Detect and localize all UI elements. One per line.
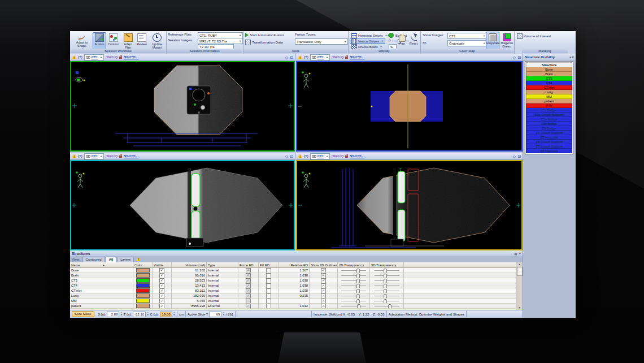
s-spinner[interactable]: ▲▼: [120, 312, 122, 316]
checkbox-visible[interactable]: ✓: [159, 268, 164, 273]
cell-t2d[interactable]: [338, 299, 370, 304]
structure-visibility-row[interactable]: Z6 Couch Support: [526, 140, 572, 144]
pan-button[interactable]: Pan: [397, 33, 408, 49]
active-slice-field[interactable]: 69: [209, 312, 221, 317]
structure-visibility-row[interactable]: MM: [526, 94, 572, 99]
cell-color[interactable]: [133, 273, 153, 278]
adapt-plan-button[interactable]: Adapt Plan: [120, 32, 136, 49]
checkbox-visible[interactable]: ✓: [159, 283, 164, 288]
slider-t2d[interactable]: [341, 289, 366, 293]
cell-t2d[interactable]: [338, 273, 370, 278]
checkbox-force_ed[interactable]: ✓: [246, 283, 251, 288]
cell-visible[interactable]: ✓: [153, 304, 172, 309]
column-header[interactable]: Name ▲: [70, 262, 133, 268]
slider-t3d[interactable]: [375, 294, 399, 298]
fusion-link[interactable]: SS CT1...: [350, 154, 364, 158]
viewport-canvas[interactable]: T: [296, 160, 523, 250]
as-select[interactable]: Grayscale ▼: [447, 40, 487, 46]
cell-fill_ed[interactable]: [259, 288, 279, 293]
cell-visible[interactable]: ✓: [153, 299, 172, 304]
cell-t2d[interactable]: [338, 288, 370, 293]
checkbox-force_ed[interactable]: ✓: [246, 268, 251, 273]
slider-t3d[interactable]: [375, 299, 399, 303]
cell-fill_ed[interactable]: [259, 268, 279, 273]
cell-visible[interactable]: ✓: [153, 288, 172, 293]
cell-t3d[interactable]: [370, 283, 404, 288]
structure-visibility-row[interactable]: patient: [526, 99, 572, 103]
color-swatch[interactable]: [136, 299, 150, 303]
checkbox-force_ed[interactable]: ✓: [246, 278, 251, 283]
image-select[interactable]: CT1 ▼: [84, 153, 104, 159]
cell-fill_ed[interactable]: [259, 283, 279, 288]
checkbox-force_ed[interactable]: ✓: [246, 304, 251, 309]
slider-t2d[interactable]: [341, 284, 366, 288]
cell-t3d[interactable]: [370, 273, 404, 278]
checkbox-fill_ed[interactable]: [266, 268, 271, 273]
cell-color[interactable]: [133, 278, 153, 283]
structure-visibility-row[interactable]: Z1 Bridge: [526, 108, 572, 113]
checkbox-force_ed[interactable]: ✓: [246, 288, 251, 293]
s-coord-field[interactable]: 2.88: [107, 312, 119, 317]
cell-show_2d[interactable]: ✓: [310, 278, 338, 283]
viewport-canvas[interactable]: [70, 160, 295, 250]
structure-visibility-row[interactable]: Z2a Bridge: [526, 117, 572, 122]
cell-show_2d[interactable]: ✓: [310, 273, 338, 278]
slider-t2d[interactable]: [341, 294, 366, 298]
table-row[interactable]: MM✓6.469Internal✓: [70, 299, 516, 304]
column-header[interactable]: Relative ED: [279, 262, 310, 268]
cell-color[interactable]: [133, 293, 153, 299]
cell-t3d[interactable]: [370, 293, 404, 299]
image-select[interactable]: CT1 ▼: [310, 54, 330, 60]
checkbox-fill_ed[interactable]: [266, 288, 271, 293]
fusion-link[interactable]: SS CT1...: [124, 154, 138, 158]
structure-visibility-row[interactable]: Z2b Bridge: [526, 122, 572, 126]
fusion-button[interactable]: Fusion: [93, 32, 106, 49]
slice-spinner[interactable]: ▲▼: [223, 312, 224, 316]
pin-icon[interactable]: ⊡: [514, 252, 517, 256]
image-select[interactable]: CT1 ▼: [84, 54, 104, 60]
tab-all[interactable]: All: [106, 257, 117, 262]
column-header[interactable]: Show 2D Outlines: [310, 262, 338, 268]
cell-visible[interactable]: ✓: [153, 268, 172, 273]
slider-t3d[interactable]: [375, 289, 399, 293]
cell-fill_ed[interactable]: [259, 293, 279, 299]
close-icon[interactable]: ×: [519, 252, 521, 256]
cell-force_ed[interactable]: ✓: [238, 304, 259, 309]
viewport-coronal[interactable]: ! (T) CT1 ▼ (MR2vT) SS CT1... ◇ ⊡: [296, 54, 523, 152]
scroll-down-icon[interactable]: ▼: [518, 306, 520, 309]
review-button[interactable]: Review: [135, 32, 149, 49]
cell-t3d[interactable]: [370, 288, 404, 293]
table-scrollbar[interactable]: ▲ ▼: [516, 262, 523, 310]
color-swatch[interactable]: [136, 273, 150, 278]
slider-t2d[interactable]: [341, 279, 366, 283]
column-header[interactable]: Fill ED: [259, 262, 279, 268]
adapt-to-shape-button[interactable]: Adapt to Shape ▼: [71, 32, 93, 50]
session-images-select[interactable]: MR2vT: T2 3D Tra ▼: [198, 38, 243, 44]
cell-t3d[interactable]: [370, 299, 404, 304]
column-header[interactable]: Type: [207, 262, 238, 268]
column-header[interactable]: Volume (cm³): [172, 262, 207, 268]
slider-t2d[interactable]: [341, 304, 366, 308]
slider-t2d[interactable]: [341, 299, 366, 303]
structure-visibility-row[interactable]: Z8 Mattress: [526, 149, 572, 153]
cell-t3d[interactable]: [370, 278, 404, 283]
cell-force_ed[interactable]: ✓: [238, 268, 259, 273]
checkbox-fill_ed[interactable]: [266, 273, 271, 278]
checkbox-show_2d[interactable]: ✓: [321, 288, 326, 293]
viewport-sagittal-2[interactable]: ! (T) CT1 ▼ (MR2vT) SS CT1... ◇ ⊡: [296, 153, 523, 250]
structure-visibility-row[interactable]: PTV: [526, 103, 572, 108]
fusion-types-select[interactable]: Translation Only ▼: [295, 38, 348, 45]
pin-icon[interactable]: ▪: [569, 55, 571, 59]
table-row[interactable]: CT4✓13.413Internal✓1.038✓: [70, 283, 516, 288]
cell-visible[interactable]: ✓: [153, 273, 172, 278]
viewport-canvas[interactable]: T: [70, 61, 295, 152]
structure-visibility-row[interactable]: Z5 Herculite: [526, 135, 572, 140]
maximize-icon[interactable]: ⊡: [517, 154, 521, 158]
structure-visibility-row[interactable]: Z4 Couch Support: [526, 131, 572, 135]
slider-t3d[interactable]: [375, 274, 399, 278]
cell-show_2d[interactable]: ✓: [310, 293, 338, 299]
crosshair-icon[interactable]: ◇: [513, 154, 516, 158]
column-header[interactable]: Force ED: [238, 262, 259, 268]
scroll-up-icon[interactable]: ▲: [518, 263, 520, 266]
cell-show_2d[interactable]: ✓: [310, 299, 338, 304]
